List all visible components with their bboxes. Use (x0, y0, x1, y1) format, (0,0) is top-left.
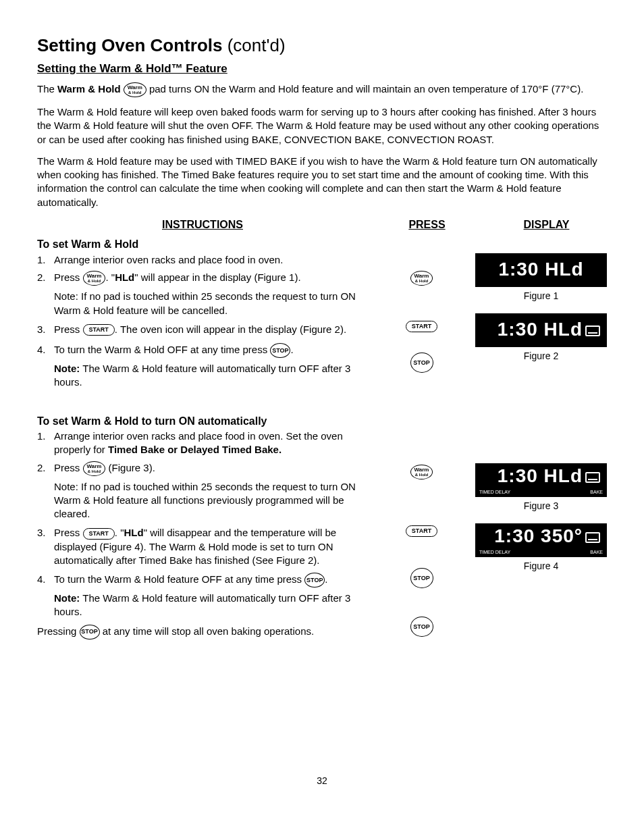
step-1-4-note: Note: The Warm & Hold feature will autom… (54, 362, 361, 390)
step-1-1: Arrange interior oven racks and place fo… (54, 253, 368, 267)
header-press: PRESS (368, 217, 486, 232)
press-start-button[interactable]: START (406, 525, 437, 537)
header-instructions: INSTRUCTIONS (37, 217, 368, 232)
figure-3-caption: Figure 3 (475, 500, 607, 513)
column-headers: INSTRUCTIONS PRESS DISPLAY (37, 217, 607, 232)
oven-icon (585, 325, 600, 336)
display-figure-3: 1:30 HLd TIMED DELAY BAKE (475, 463, 607, 497)
start-icon: START (83, 528, 115, 540)
press-stop-button[interactable]: STOP (410, 353, 433, 373)
step-2-3: Press START. "HLd" will disappear and th… (54, 526, 368, 567)
display-figure-1: 1:30 HLd (475, 253, 607, 287)
stop-icon: STOP (304, 573, 325, 588)
press-stop-button[interactable]: STOP (410, 617, 433, 637)
step-1-2-note: Note: If no pad is touched within 25 sec… (54, 290, 361, 317)
figure-1-caption: Figure 1 (475, 290, 607, 303)
stop-icon: STOP (80, 625, 100, 640)
step-2-1: Arrange interior oven racks and place fo… (54, 429, 368, 457)
display-figure-2: 1:30 HLd (475, 313, 607, 347)
pressing-stop-note: Pressing STOP at any time will stop all … (37, 625, 368, 640)
figure-2-caption: Figure 2 (475, 350, 607, 363)
press-start-button[interactable]: START (406, 321, 437, 332)
section-subtitle: Setting the Warm & Hold™ Feature (37, 61, 607, 77)
figure-4-caption: Figure 4 (475, 560, 607, 573)
warm-hold-icon: Warm& Hold (124, 82, 146, 97)
step-1-4: To turn the Warm & Hold OFF at any time … (54, 343, 368, 390)
press-warm-hold-button[interactable]: Warm& Hold (410, 271, 433, 286)
step-1-2: Press Warm& Hold. "HLd" will appear in t… (54, 271, 368, 317)
step-2-2-note: Note: If no pad is touched within 25 sec… (54, 480, 361, 521)
step-2-2: Press Warm& Hold (Figure 3). Note: If no… (54, 461, 368, 521)
oven-icon (585, 472, 600, 483)
start-icon: START (83, 324, 115, 336)
intro-paragraph-1: The Warm & Hold Warm& Hold pad turns ON … (37, 82, 607, 97)
press-warm-hold-button[interactable]: Warm& Hold (410, 465, 433, 479)
intro-paragraph-3: The Warm & Hold feature may be used with… (37, 155, 607, 209)
intro-paragraph-2: The Warm & Hold feature will keep oven b… (37, 105, 607, 147)
section-1-title: To set Warm & Hold (37, 237, 607, 252)
step-2-4: To turn the Warm & Hold feature OFF at a… (54, 573, 368, 619)
warm-hold-icon: Warm& Hold (83, 461, 106, 476)
header-display: DISPLAY (486, 217, 607, 232)
section-2-title: To set Warm & Hold to turn ON automatica… (37, 414, 607, 429)
step-1-3: Press START. The oven icon will appear i… (54, 323, 368, 336)
step-2-4-note: Note: The Warm & Hold feature will autom… (54, 592, 361, 619)
page-number: 32 (37, 775, 607, 787)
title-contd: (cont'd) (227, 35, 286, 55)
stop-icon: STOP (270, 343, 290, 358)
press-stop-button[interactable]: STOP (410, 568, 433, 588)
warm-hold-icon: Warm& Hold (83, 271, 106, 286)
display-figure-4: 1:30 350° TIMED DELAY BAKE (475, 523, 607, 557)
title-main: Setting Oven Controls (37, 35, 227, 55)
oven-icon (585, 532, 600, 543)
page-title: Setting Oven Controls (cont'd) (37, 34, 607, 57)
